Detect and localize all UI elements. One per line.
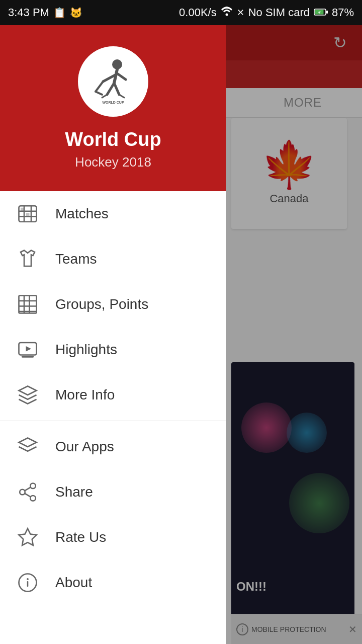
svg-point-34: [20, 489, 25, 495]
svg-text:WORLD CUP: WORLD CUP: [102, 101, 124, 104]
groups-label: Groups, Points: [55, 296, 148, 312]
more-info-icon: [15, 382, 40, 408]
more-info-label: More Info: [55, 387, 115, 403]
menu-item-about[interactable]: About: [0, 560, 226, 605]
svg-point-33: [30, 483, 36, 489]
rate-us-label: Rate Us: [55, 529, 106, 545]
battery-percent: 87%: [332, 6, 354, 19]
battery-icon: [314, 6, 328, 19]
menu-item-teams[interactable]: Teams: [0, 236, 226, 282]
highlights-label: Highlights: [55, 342, 117, 358]
app-subtitle: Hockey 2018: [75, 154, 151, 170]
svg-rect-20: [21, 207, 24, 211]
network-speed: 0.00K/s: [179, 6, 217, 19]
svg-point-42: [27, 578, 29, 580]
navigation-drawer: WORLD CUP World Cup Hockey 2018: [0, 25, 226, 644]
rate-icon: [15, 525, 40, 550]
menu-item-matches[interactable]: Matches: [0, 191, 226, 236]
about-label: About: [55, 575, 92, 591]
matches-label: Matches: [55, 206, 109, 222]
share-label: Share: [55, 484, 93, 500]
x-icon: ✕: [237, 7, 244, 18]
menu-list: Matches Teams: [0, 191, 226, 644]
svg-marker-31: [19, 386, 37, 395]
svg-rect-21: [26, 213, 30, 216]
menu-divider: [0, 421, 226, 421]
status-left: 3:43 PM 📋 🐱: [8, 6, 82, 19]
status-right: 0.00K/s ✕ No SIM card 87%: [179, 6, 354, 19]
svg-line-36: [25, 493, 31, 497]
menu-item-our-apps[interactable]: Our Apps: [0, 424, 226, 469]
svg-line-7: [117, 73, 126, 79]
svg-marker-32: [19, 438, 37, 447]
svg-rect-22: [19, 295, 37, 313]
status-bar: 3:43 PM 📋 🐱 0.00K/s ✕ No SIM card 87%: [0, 0, 362, 25]
menu-item-share[interactable]: Share: [0, 469, 226, 515]
svg-line-8: [107, 83, 114, 95]
svg-point-35: [30, 496, 36, 501]
wifi-icon: [221, 6, 233, 19]
svg-line-9: [114, 83, 119, 95]
menu-item-highlights[interactable]: Highlights: [0, 327, 226, 372]
app-container: ↻ 7 minutes MORE 🍁 Canada ON!!! i MOBILE: [0, 25, 362, 644]
menu-item-groups[interactable]: Groups, Points: [0, 282, 226, 327]
svg-line-37: [25, 487, 31, 491]
matches-icon: [15, 201, 40, 226]
menu-item-rate-us[interactable]: Rate Us: [0, 515, 226, 560]
groups-icon: [15, 292, 40, 317]
sim-status: No SIM card: [248, 6, 310, 19]
app-logo: WORLD CUP: [78, 46, 148, 117]
apps-icon: [15, 434, 40, 459]
svg-marker-38: [19, 528, 37, 545]
drawer-overlay[interactable]: [226, 25, 362, 644]
hockey-player-icon: WORLD CUP: [88, 55, 138, 106]
svg-line-10: [96, 82, 103, 92]
menu-item-more-info[interactable]: More Info: [0, 372, 226, 418]
teams-icon: [15, 247, 40, 272]
notification-icon1: 📋: [53, 7, 66, 19]
about-icon: [15, 570, 40, 595]
share-icon: [15, 479, 40, 505]
svg-marker-29: [26, 346, 32, 352]
highlights-icon: [15, 337, 40, 362]
drawer-header: WORLD CUP World Cup Hockey 2018: [0, 25, 226, 191]
svg-rect-3: [326, 11, 328, 14]
notification-icon2: 🐱: [70, 7, 82, 19]
svg-point-0: [225, 14, 228, 16]
svg-line-11: [96, 92, 102, 95]
our-apps-label: Our Apps: [55, 439, 114, 455]
teams-label: Teams: [55, 251, 97, 267]
logo-content: WORLD CUP: [88, 55, 138, 108]
app-title: World Cup: [65, 129, 161, 150]
svg-line-13: [119, 95, 124, 98]
time-display: 3:43 PM: [8, 6, 49, 19]
